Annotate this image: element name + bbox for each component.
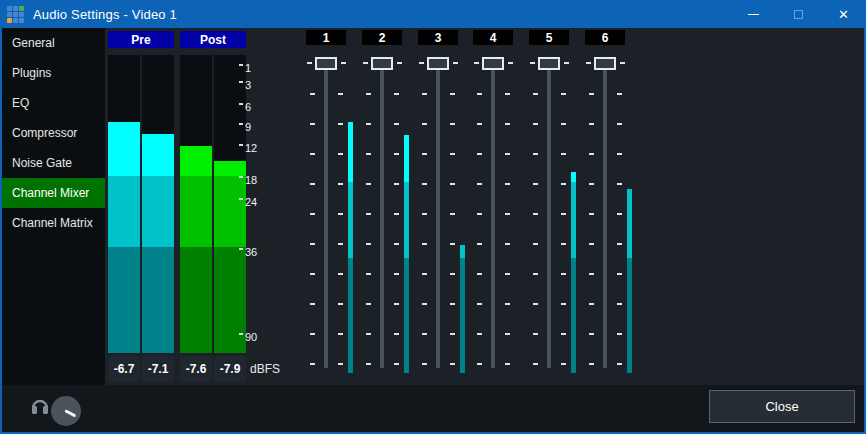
tick-mark <box>617 273 622 275</box>
tick-mark <box>338 273 343 275</box>
sidebar-item-channel-matrix[interactable]: Channel Matrix <box>2 208 105 238</box>
tick-mark <box>561 363 566 365</box>
tick-mark <box>477 273 482 275</box>
channel-meter-bar-ch3 <box>460 245 465 373</box>
tick-mark <box>310 153 315 155</box>
tick-mark <box>617 213 622 215</box>
tick-mark <box>422 363 427 365</box>
tick-mark <box>310 303 315 305</box>
dialog-body: GeneralPluginsEQCompressorNoise GateChan… <box>2 28 864 432</box>
tick-mark <box>561 183 566 185</box>
tick-mark <box>505 363 510 365</box>
scale-tick-label: 12 <box>245 142 257 154</box>
tick-mark <box>533 153 538 155</box>
tick-mark <box>394 303 399 305</box>
tick-mark <box>505 153 510 155</box>
tick-mark <box>450 273 455 275</box>
channel-header-2: 2 <box>362 30 402 45</box>
tick-mark <box>477 123 482 125</box>
tick-mark <box>561 333 566 335</box>
tick-mark <box>310 93 315 95</box>
tick-mark <box>394 93 399 95</box>
tick-mark <box>505 273 510 275</box>
fader-track-ch3[interactable] <box>436 63 440 368</box>
tick-mark <box>394 243 399 245</box>
tick-mark <box>589 93 594 95</box>
tick-mark <box>533 93 538 95</box>
fader-handle-ch2[interactable] <box>371 57 393 70</box>
tick-mark <box>450 243 455 245</box>
scale-tick-label: 18 <box>245 174 257 186</box>
sidebar-item-general[interactable]: General <box>2 28 105 58</box>
fader-track-ch4[interactable] <box>491 63 495 368</box>
sidebar-item-noise-gate[interactable]: Noise Gate <box>2 148 105 178</box>
tick-mark <box>397 62 402 64</box>
channel-header-3: 3 <box>418 30 458 45</box>
tick-mark <box>586 62 591 64</box>
fader-handle-ch4[interactable] <box>482 57 504 70</box>
window-title: Audio Settings - Video 1 <box>33 7 177 22</box>
tick-mark <box>589 153 594 155</box>
tick-mark <box>617 333 622 335</box>
tick-mark <box>589 183 594 185</box>
scale-tick-label: 90 <box>245 331 257 343</box>
close-window-button[interactable]: ✕ <box>821 0 866 28</box>
vmix-logo-icon <box>7 6 24 23</box>
fader-handle-ch6[interactable] <box>594 57 616 70</box>
tick-mark <box>422 153 427 155</box>
tick-mark <box>363 62 368 64</box>
sidebar-item-compressor[interactable]: Compressor <box>2 118 105 148</box>
tick-mark <box>561 93 566 95</box>
fader-handle-ch3[interactable] <box>427 57 449 70</box>
sidebar-item-channel-mixer[interactable]: Channel Mixer <box>2 178 105 208</box>
tick-mark <box>620 62 625 64</box>
tick-mark <box>561 153 566 155</box>
tick-mark <box>366 153 371 155</box>
tick-mark <box>422 213 427 215</box>
tick-mark <box>617 243 622 245</box>
tick-mark <box>422 303 427 305</box>
channel-header-4: 4 <box>473 30 513 45</box>
tick-mark <box>450 93 455 95</box>
sidebar-item-eq[interactable]: EQ <box>2 88 105 118</box>
tick-mark <box>450 333 455 335</box>
tick-mark <box>310 273 315 275</box>
minimize-button[interactable] <box>731 0 776 28</box>
fader-handle-ch1[interactable] <box>315 57 337 70</box>
tick-mark <box>589 213 594 215</box>
meter-bar-post <box>214 55 246 353</box>
tick-mark <box>338 153 343 155</box>
fader-track-ch6[interactable] <box>603 63 607 368</box>
tick-mark <box>366 363 371 365</box>
sidebar-item-plugins[interactable]: Plugins <box>2 58 105 88</box>
channel-meter-bar-ch2 <box>404 135 409 373</box>
fader-handle-ch5[interactable] <box>538 57 560 70</box>
tick-mark <box>310 333 315 335</box>
meter-readout: -7.6 <box>180 356 212 382</box>
tick-mark <box>477 363 482 365</box>
tick-mark <box>366 93 371 95</box>
channel-header-5: 5 <box>529 30 569 45</box>
tick-mark <box>505 213 510 215</box>
tick-mark <box>450 363 455 365</box>
tick-mark <box>617 93 622 95</box>
tick-mark <box>366 303 371 305</box>
tick-mark <box>338 243 343 245</box>
close-button[interactable]: Close <box>709 390 855 423</box>
meter-readout: -7.1 <box>142 356 174 382</box>
tick-mark <box>450 153 455 155</box>
meter-readout: -6.7 <box>108 356 140 382</box>
maximize-button[interactable] <box>776 0 821 28</box>
tick-mark <box>477 243 482 245</box>
tick-mark <box>589 123 594 125</box>
tick-mark <box>617 303 622 305</box>
tick-mark <box>310 213 315 215</box>
scale-tick-mark <box>239 176 243 178</box>
fader-track-ch1[interactable] <box>324 63 328 368</box>
fader-track-ch5[interactable] <box>547 63 551 368</box>
tick-mark <box>477 183 482 185</box>
headphones-icon[interactable] <box>30 395 50 415</box>
tick-mark <box>366 273 371 275</box>
tick-mark <box>450 213 455 215</box>
fader-track-ch2[interactable] <box>380 63 384 368</box>
